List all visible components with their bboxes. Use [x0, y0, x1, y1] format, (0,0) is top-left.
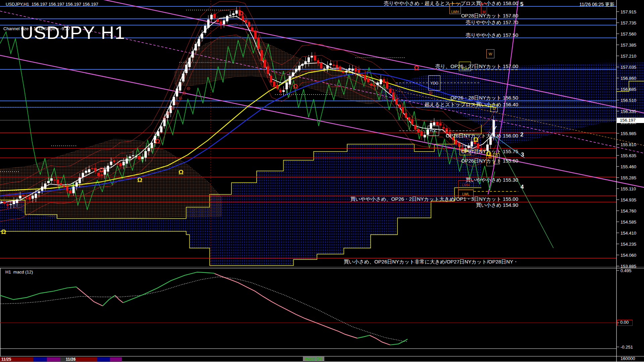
- candle-body: [232, 13, 234, 15]
- candle-body: [160, 126, 162, 132]
- candle-body: [408, 117, 410, 120]
- candle-body: [477, 144, 479, 148]
- candle-body: [402, 107, 404, 113]
- wave-count-label: 2: [520, 131, 523, 138]
- candle-body: [421, 131, 423, 136]
- session-bar-segment: [97, 357, 110, 362]
- candle-body: [433, 122, 435, 125]
- level-marker-box-ydl: YDL: [460, 146, 471, 155]
- price-axis-label: 157.385: [621, 42, 636, 47]
- price-axis-label: 156.335: [621, 109, 636, 114]
- candle-body: [10, 204, 12, 204]
- omega-signal-marker: Ω: [238, 10, 244, 17]
- omega-signal-marker: Ω: [473, 136, 478, 143]
- level-marker-box-w: W: [486, 49, 494, 58]
- candle-body: [383, 79, 385, 83]
- omega-signal-marker: Ω: [178, 169, 183, 176]
- scale-label: 160000: [621, 356, 635, 361]
- wave-count-label: 4: [521, 184, 524, 190]
- session-bar-segment: [33, 357, 47, 362]
- price-axis-label: 157.915: [621, 9, 636, 14]
- candle-body: [132, 156, 134, 156]
- symbol-info-bar: USDJPY,H1 156.197 156.197 156.197 156.19…: [6, 2, 98, 7]
- candle-body: [223, 20, 225, 24]
- chart-canvas[interactable]: [0, 0, 644, 362]
- candle-body: [386, 82, 388, 88]
- candle-body: [198, 39, 200, 46]
- candle-body: [79, 178, 81, 183]
- candle-body: [185, 65, 187, 73]
- candle-body: [145, 151, 147, 158]
- candle-body: [195, 44, 197, 50]
- level-marker-box-lwl: LWL: [458, 190, 474, 198]
- candle-body: [123, 162, 125, 165]
- candle-body: [279, 90, 281, 92]
- macd-toggle-button[interactable]: macd ON: [303, 356, 324, 362]
- price-level-annotation: 超えるとストップロス買い小さめ 156.40: [425, 102, 518, 108]
- price-axis-label: 155.285: [621, 175, 636, 180]
- candle-body: [355, 68, 357, 72]
- candle-body: [151, 143, 153, 148]
- candle-body: [370, 84, 372, 86]
- candle-body: [176, 89, 178, 97]
- candle-body: [85, 171, 87, 173]
- macd-line-pink: [115, 295, 123, 303]
- candle-body: [317, 60, 319, 63]
- candle-body: [414, 125, 416, 130]
- candle-body: [326, 65, 328, 68]
- candle-body: [22, 195, 24, 196]
- candle-body: [29, 197, 31, 199]
- candle-body: [107, 166, 109, 171]
- price-axis-label: 157.210: [621, 53, 636, 58]
- candle-body: [336, 65, 338, 67]
- candle-body: [129, 157, 131, 158]
- date-label: 11/25: [1, 357, 11, 362]
- price-level-annotation: OP26・28日NYカット 156.50: [450, 95, 518, 101]
- candle-body: [179, 82, 181, 90]
- omega-signal-marker: Ω: [137, 176, 142, 184]
- candle-body: [273, 81, 275, 86]
- entry-signal-circle-dot: [430, 93, 431, 93]
- candle-body: [226, 16, 228, 21]
- macd-zero-label: 0.00: [617, 320, 633, 326]
- level-marker-box-ydo: YDO: [428, 75, 440, 90]
- candle-body: [311, 56, 313, 57]
- candle-body: [69, 191, 71, 193]
- candle-body: [286, 82, 288, 89]
- candle-body: [3, 202, 5, 203]
- candle-body: [320, 63, 322, 68]
- candle-body: [82, 173, 84, 177]
- candle-body: [367, 78, 369, 82]
- omega-signal-marker: Ω: [1, 228, 6, 236]
- candle-body: [47, 181, 49, 183]
- candle-body: [148, 148, 150, 151]
- price-axis-label: 155.635: [621, 153, 636, 158]
- candle-body: [44, 184, 46, 188]
- candle-body: [333, 65, 335, 66]
- session-bar-segment: [47, 357, 60, 362]
- candle-body: [182, 74, 184, 81]
- candle-body: [276, 85, 278, 88]
- candle-body: [101, 175, 103, 175]
- price-level-annotation: 売りやや小さめ 157.50: [466, 32, 518, 39]
- price-axis-label: 154.760: [621, 208, 636, 213]
- candle-body: [0, 202, 2, 202]
- entry-signal-circle-dot: [184, 93, 185, 94]
- omega-signal-marker: Ω: [99, 166, 104, 174]
- candle-body: [358, 70, 360, 72]
- candle-body: [192, 51, 194, 57]
- candle-body: [220, 21, 222, 24]
- candle-body: [348, 68, 351, 70]
- candle-body: [258, 38, 260, 49]
- price-axis-label: 157.735: [621, 20, 636, 25]
- candle-body: [66, 186, 68, 191]
- candle-body: [308, 58, 310, 62]
- candle-body: [345, 71, 347, 72]
- candle-body: [19, 196, 21, 198]
- entry-signal-circle-dot: [188, 88, 189, 89]
- price-axis-label: 155.810: [621, 142, 636, 147]
- price-level-annotation: 買いやや小さめ、OP26・2日NYカット大きめ/OP1・3日NYカット 155.…: [350, 196, 518, 202]
- price-axis-label: 156.860: [621, 75, 636, 80]
- candle-body: [261, 50, 263, 61]
- price-axis-label: 154.060: [621, 252, 636, 257]
